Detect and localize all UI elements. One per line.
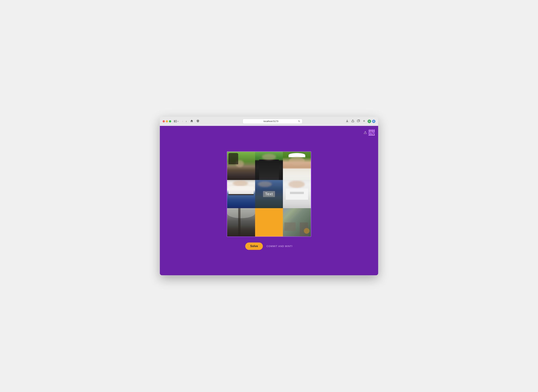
download-button[interactable] bbox=[345, 119, 349, 124]
minimize-button[interactable] bbox=[166, 120, 168, 122]
puzzle-cell-2[interactable] bbox=[255, 152, 283, 180]
puzzle-grid[interactable]: Text bbox=[227, 151, 311, 237]
pixel-art-icon bbox=[368, 129, 375, 135]
buttons-area: Solve COMMIT AND MINT! bbox=[245, 243, 292, 250]
puzzle-cell-6[interactable] bbox=[283, 180, 311, 208]
sidebar-toggle[interactable] bbox=[174, 120, 179, 122]
puzzle-cell-5[interactable]: Text bbox=[255, 180, 283, 208]
svg-rect-2 bbox=[175, 121, 177, 121]
puzzle-cell-4[interactable] bbox=[227, 180, 255, 208]
address-bar[interactable]: localhost:5173 ↻ bbox=[243, 119, 302, 124]
shield-button[interactable] bbox=[196, 119, 200, 124]
puzzle-cell-3[interactable] bbox=[283, 152, 311, 180]
address-bar-container: localhost:5173 ↻ bbox=[202, 119, 344, 124]
tab-button[interactable] bbox=[356, 119, 361, 124]
svg-rect-4 bbox=[357, 120, 359, 122]
puzzle-cell-9[interactable] bbox=[283, 208, 311, 237]
svg-rect-3 bbox=[175, 122, 177, 122]
traffic-lights bbox=[163, 120, 171, 122]
grammarly-extension[interactable]: G bbox=[368, 120, 371, 123]
share-button[interactable] bbox=[351, 119, 355, 124]
home-button[interactable] bbox=[189, 119, 194, 124]
forward-button[interactable]: › bbox=[185, 119, 188, 124]
extension-icons: G bbox=[368, 120, 375, 123]
top-right-icons: ⚠ bbox=[364, 129, 375, 135]
warning-icon: ⚠ bbox=[364, 130, 367, 135]
new-tab-button[interactable] bbox=[362, 119, 366, 124]
other-extension[interactable] bbox=[372, 120, 375, 123]
app-content: ⚠ bbox=[160, 126, 378, 275]
url-text: localhost:5173 bbox=[245, 120, 297, 123]
svg-rect-1 bbox=[175, 120, 177, 121]
maximize-button[interactable] bbox=[169, 120, 171, 122]
commit-button[interactable]: COMMIT AND MINT! bbox=[266, 245, 292, 247]
reload-button[interactable]: ↻ bbox=[298, 120, 300, 123]
svg-point-6 bbox=[374, 121, 374, 121]
puzzle-cell-1[interactable] bbox=[227, 152, 255, 180]
close-button[interactable] bbox=[163, 120, 165, 122]
nav-buttons: ‹ › bbox=[181, 119, 188, 124]
svg-rect-0 bbox=[174, 120, 175, 122]
browser-window: ‹ › localhost:5173 ↻ bbox=[160, 117, 378, 275]
puzzle-cell-7[interactable] bbox=[227, 208, 255, 237]
back-button[interactable]: ‹ bbox=[181, 119, 184, 124]
browser-actions bbox=[345, 119, 366, 124]
solve-button[interactable]: Solve bbox=[245, 243, 263, 250]
browser-chrome: ‹ › localhost:5173 ↻ bbox=[160, 117, 378, 126]
puzzle-cell-8[interactable] bbox=[255, 208, 283, 237]
center-text: Text bbox=[263, 191, 275, 197]
